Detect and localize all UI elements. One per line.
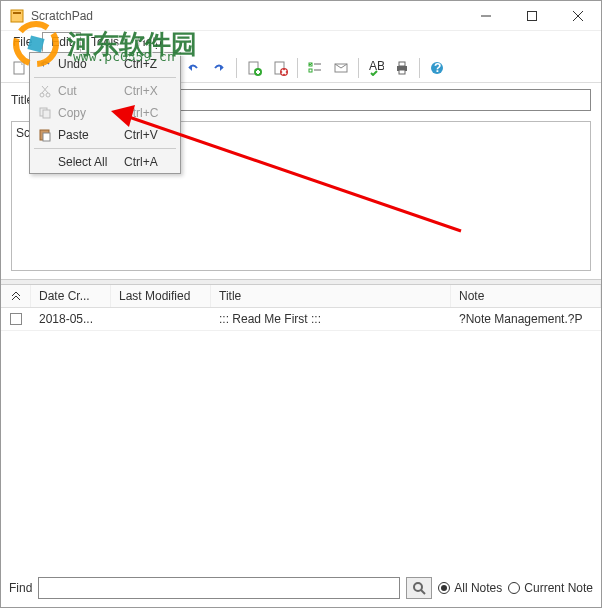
menu-paste[interactable]: Paste Ctrl+V bbox=[30, 124, 180, 146]
mail-icon[interactable] bbox=[329, 56, 353, 80]
menu-edit[interactable]: Edit bbox=[42, 32, 81, 52]
svg-rect-35 bbox=[399, 62, 405, 66]
checklist-icon[interactable] bbox=[303, 56, 327, 80]
table-row[interactable]: 2018-05... ::: Read Me First ::: ?Note M… bbox=[1, 308, 601, 331]
edit-dropdown: Undo Ctrl+Z Cut Ctrl+X Copy Ctrl+C Paste… bbox=[29, 52, 181, 174]
menu-label: Copy bbox=[54, 106, 124, 120]
menu-help[interactable]: Help bbox=[129, 33, 170, 51]
copy-icon bbox=[36, 106, 54, 120]
toolbar-separator bbox=[419, 58, 420, 78]
menu-cut: Cut Ctrl+X bbox=[30, 80, 180, 102]
window-title: ScratchPad bbox=[31, 9, 463, 23]
list-header: Date Cr... Last Modified Title Note bbox=[1, 285, 601, 308]
col-last-modified[interactable]: Last Modified bbox=[111, 285, 211, 307]
delete-note-icon[interactable] bbox=[268, 56, 292, 80]
find-bar: Find All Notes Current Note bbox=[9, 577, 593, 599]
menu-copy: Copy Ctrl+C bbox=[30, 102, 180, 124]
menu-shortcut: Ctrl+Z bbox=[124, 57, 174, 71]
radio-all-notes[interactable]: All Notes bbox=[438, 581, 502, 595]
menu-label: Cut bbox=[54, 84, 124, 98]
redo-icon[interactable] bbox=[207, 56, 231, 80]
radio-current-note[interactable]: Current Note bbox=[508, 581, 593, 595]
svg-text:?: ? bbox=[434, 61, 441, 75]
menu-shortcut: Ctrl+X bbox=[124, 84, 174, 98]
cell-modified bbox=[111, 308, 211, 330]
svg-rect-50 bbox=[43, 133, 50, 141]
svg-point-40 bbox=[414, 583, 422, 591]
spellcheck-icon[interactable]: ABC bbox=[364, 56, 388, 80]
window-controls bbox=[463, 1, 601, 31]
radio-label: All Notes bbox=[454, 581, 502, 595]
svg-rect-1 bbox=[13, 12, 21, 14]
svg-rect-36 bbox=[399, 70, 405, 74]
svg-rect-3 bbox=[528, 11, 537, 20]
col-title[interactable]: Title bbox=[211, 285, 451, 307]
print-icon[interactable] bbox=[390, 56, 414, 80]
radio-icon bbox=[508, 582, 520, 594]
row-checkbox[interactable] bbox=[1, 308, 31, 330]
menu-undo[interactable]: Undo Ctrl+Z bbox=[30, 53, 180, 75]
menubar: File Edit Tools Help bbox=[1, 31, 601, 53]
undo-icon[interactable] bbox=[181, 56, 205, 80]
svg-rect-48 bbox=[43, 110, 50, 118]
minimize-button[interactable] bbox=[463, 1, 509, 31]
radio-icon bbox=[438, 582, 450, 594]
col-note[interactable]: Note bbox=[451, 285, 601, 307]
svg-rect-0 bbox=[11, 10, 23, 22]
radio-label: Current Note bbox=[524, 581, 593, 595]
new-file-icon[interactable] bbox=[7, 56, 31, 80]
menu-separator bbox=[34, 77, 176, 78]
cell-title: ::: Read Me First ::: bbox=[211, 308, 451, 330]
menu-label: Undo bbox=[54, 57, 124, 71]
menu-select-all[interactable]: Select All Ctrl+A bbox=[30, 151, 180, 173]
menu-shortcut: Ctrl+V bbox=[124, 128, 174, 142]
cut-icon bbox=[36, 84, 54, 98]
help-icon[interactable]: ? bbox=[425, 56, 449, 80]
cell-date: 2018-05... bbox=[31, 308, 111, 330]
add-note-icon[interactable] bbox=[242, 56, 266, 80]
svg-rect-30 bbox=[309, 69, 312, 72]
maximize-button[interactable] bbox=[509, 1, 555, 31]
toolbar-separator bbox=[236, 58, 237, 78]
find-button[interactable] bbox=[406, 577, 432, 599]
menu-shortcut: Ctrl+C bbox=[124, 106, 174, 120]
undo-icon bbox=[36, 57, 54, 71]
toolbar-separator bbox=[358, 58, 359, 78]
menu-shortcut: Ctrl+A bbox=[124, 155, 174, 169]
menu-tools[interactable]: Tools bbox=[83, 33, 127, 51]
find-label: Find bbox=[9, 581, 32, 595]
paste-icon bbox=[36, 128, 54, 142]
col-date-created[interactable]: Date Cr... bbox=[31, 285, 111, 307]
toolbar-separator bbox=[297, 58, 298, 78]
app-icon bbox=[9, 8, 25, 24]
menu-label: Select All bbox=[54, 155, 124, 169]
note-list: Date Cr... Last Modified Title Note 2018… bbox=[1, 285, 601, 515]
col-collapse[interactable] bbox=[1, 285, 31, 307]
cell-note: ?Note Management.?P bbox=[451, 308, 601, 330]
find-input[interactable] bbox=[38, 577, 400, 599]
svg-rect-39 bbox=[11, 314, 22, 325]
menu-separator bbox=[34, 148, 176, 149]
close-button[interactable] bbox=[555, 1, 601, 31]
menu-label: Paste bbox=[54, 128, 124, 142]
svg-point-43 bbox=[40, 93, 44, 97]
svg-point-44 bbox=[46, 93, 50, 97]
menu-file[interactable]: File bbox=[5, 33, 40, 51]
window-titlebar: ScratchPad bbox=[1, 1, 601, 31]
svg-line-41 bbox=[421, 590, 425, 594]
